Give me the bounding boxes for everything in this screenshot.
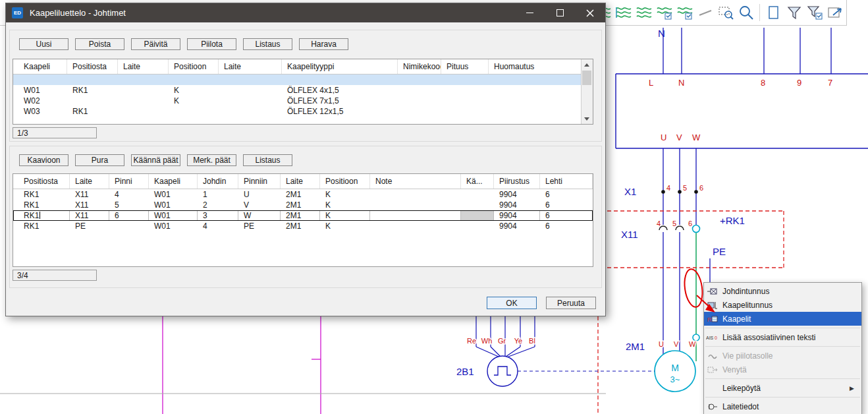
table-cell[interactable]: 2 <box>198 200 238 210</box>
table-row[interactable]: RK1X114W011U2M1K99046 <box>13 189 593 200</box>
menu-item-kaapelit[interactable]: RKaapelit <box>704 312 861 326</box>
label-rk1[interactable]: +RK1 <box>720 215 745 226</box>
menu-item-lisää-assosiatiivinen-teksti[interactable]: AIS0Lisää assosiatiivinen teksti <box>704 330 861 344</box>
table-cell[interactable]: RK1 <box>67 106 118 117</box>
table-cell[interactable] <box>461 210 494 221</box>
table-cell[interactable] <box>118 85 169 96</box>
table-cell[interactable] <box>109 221 149 231</box>
column-header[interactable]: Pinni <box>109 174 149 189</box>
column-header[interactable]: Pinniin <box>238 174 281 189</box>
table-row[interactable]: W02KÖLFLEX 7x1,5 <box>13 96 593 106</box>
table-cell[interactable]: 9904 <box>494 189 540 200</box>
table-cell[interactable] <box>370 189 461 200</box>
table-cell[interactable] <box>219 106 282 117</box>
table-cell[interactable] <box>489 74 582 85</box>
minimize-button[interactable] <box>514 3 545 22</box>
scroll-down-icon[interactable] <box>582 113 592 124</box>
table-cell[interactable] <box>370 210 461 221</box>
table-cell[interactable]: W01 <box>149 189 198 200</box>
listing-button[interactable]: Listaus <box>243 38 292 50</box>
ok-button[interactable]: OK <box>487 297 537 309</box>
column-header[interactable]: Johdin <box>198 174 238 189</box>
table-cell[interactable]: 2M1 <box>281 189 320 200</box>
table-cell[interactable] <box>219 74 282 85</box>
wire-style-icon-3[interactable] <box>635 3 653 21</box>
label-x11[interactable]: X11 <box>621 229 638 240</box>
table-cell[interactable]: 1 <box>198 189 238 200</box>
table-cell[interactable]: K <box>169 85 219 96</box>
mark-ends-button[interactable]: Merk. päät <box>187 154 236 166</box>
label-pe[interactable]: PE <box>713 246 726 257</box>
column-header[interactable]: Positioon <box>320 174 370 189</box>
column-header[interactable]: Laite <box>219 59 282 74</box>
feeder-lines[interactable] <box>663 28 831 74</box>
table-cell[interactable]: X11 <box>70 200 109 210</box>
menu-item-leikepöytä[interactable]: Leikepöytä▶ <box>704 381 861 395</box>
column-header[interactable]: Huomautus <box>489 59 582 74</box>
table-row[interactable] <box>13 74 593 85</box>
table-cell[interactable] <box>169 106 219 117</box>
hide-button[interactable]: Piilota <box>187 38 236 50</box>
table-cell[interactable] <box>219 85 282 96</box>
column-header[interactable]: Piirustus <box>494 174 540 189</box>
table-cell[interactable] <box>13 74 67 85</box>
table-cell[interactable]: 2M1 <box>281 210 320 221</box>
table-cell[interactable] <box>461 221 494 231</box>
table-cell[interactable]: X11 <box>70 210 109 221</box>
scrollbar-thumb[interactable] <box>582 71 591 85</box>
sensor-symbol[interactable] <box>487 356 518 386</box>
wire-style-checked-icon[interactable] <box>676 3 693 21</box>
table-cell[interactable]: 3 <box>198 210 238 221</box>
zoom-icon[interactable] <box>737 3 755 21</box>
delete-button[interactable]: Poista <box>75 38 124 50</box>
table-cell[interactable] <box>398 85 441 96</box>
wire-style-icon-2[interactable] <box>614 3 632 21</box>
table-cell[interactable]: PE <box>70 221 109 231</box>
table-cell[interactable] <box>398 96 441 106</box>
table-cell[interactable]: ÖLFLEX 7x1,5 <box>282 96 398 106</box>
column-header[interactable]: Positioon <box>169 59 219 74</box>
table-row[interactable]: RK1X115W012V2M1K99046 <box>13 200 593 210</box>
table-cell[interactable] <box>118 74 169 85</box>
table-cell[interactable]: W01 <box>13 85 67 96</box>
table-cell[interactable] <box>370 200 461 210</box>
label-2b1[interactable]: 2B1 <box>456 366 474 377</box>
table-cell[interactable] <box>461 200 494 210</box>
swap-ends-button[interactable]: Käännä päät <box>131 154 180 166</box>
new-button[interactable]: Uusi <box>19 38 68 50</box>
table-cell[interactable]: K <box>320 210 370 221</box>
table-row[interactable]: RK1PEW014PE2M1K99046 <box>13 221 593 231</box>
table-cell[interactable]: W01 <box>149 221 198 231</box>
table-cell[interactable]: K <box>320 200 370 210</box>
table-cell[interactable] <box>219 96 282 106</box>
table-cell[interactable]: 9904 <box>494 210 540 221</box>
table-cell[interactable]: W01 <box>149 210 198 221</box>
column-header[interactable]: Kaapelityyppi <box>282 59 398 74</box>
view-transfer-icon[interactable] <box>826 3 844 21</box>
table-cell[interactable]: RK1 <box>13 221 70 231</box>
menu-item-laitetiedot[interactable]: Laitetiedot <box>704 399 861 413</box>
table-cell[interactable] <box>370 221 461 231</box>
table-cell[interactable]: RK1 <box>13 210 70 221</box>
terminal-x11[interactable] <box>659 225 700 233</box>
column-header[interactable]: Lehti <box>540 174 593 189</box>
table-cell[interactable] <box>282 74 398 85</box>
table-cell[interactable]: K <box>169 96 219 106</box>
column-header[interactable]: Kaapeli <box>149 174 198 189</box>
table-cell[interactable]: 6 <box>540 189 593 200</box>
table-cell[interactable]: 9904 <box>494 221 540 231</box>
table-cell[interactable]: RK1 <box>13 200 70 210</box>
update-button[interactable]: Päivitä <box>131 38 180 50</box>
cancel-button[interactable]: Peruuta <box>546 297 596 309</box>
label-2m1[interactable]: 2M1 <box>626 341 645 352</box>
sensor-wires[interactable] <box>476 315 535 357</box>
table-cell[interactable] <box>398 106 441 117</box>
table-cell[interactable]: 4 <box>198 221 238 231</box>
table-cell[interactable]: K <box>320 189 370 200</box>
column-header[interactable]: Nimikekoodi <box>398 59 441 74</box>
table-cell[interactable] <box>441 74 489 85</box>
table-cell[interactable] <box>461 189 494 200</box>
table-cell[interactable] <box>441 106 489 117</box>
column-header[interactable]: Kaapeli <box>13 59 67 74</box>
table-cell[interactable] <box>489 106 582 117</box>
